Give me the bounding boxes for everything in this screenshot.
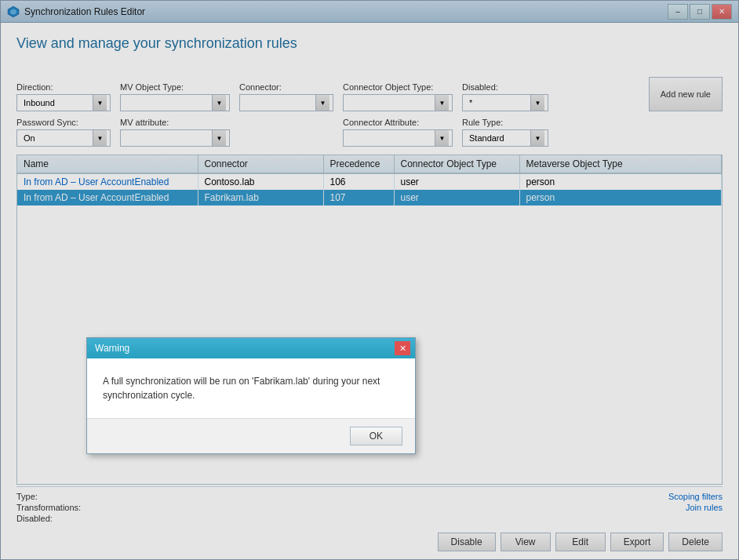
dialog-ok-button[interactable]: OK: [350, 427, 402, 445]
dialog-message: A full synchronization will be run on 'F…: [103, 374, 399, 402]
dialog-close-button[interactable]: ✕: [395, 341, 410, 355]
dialog-title: Warning: [95, 343, 129, 354]
dialog-title-bar: Warning ✕: [87, 338, 415, 358]
warning-dialog: Warning ✕ A full synchronization will be…: [86, 337, 416, 454]
dialog-body: A full synchronization will be run on 'F…: [87, 358, 415, 410]
dialog-overlay: Warning ✕ A full synchronization will be…: [0, 0, 739, 560]
dialog-footer: OK: [87, 418, 415, 453]
